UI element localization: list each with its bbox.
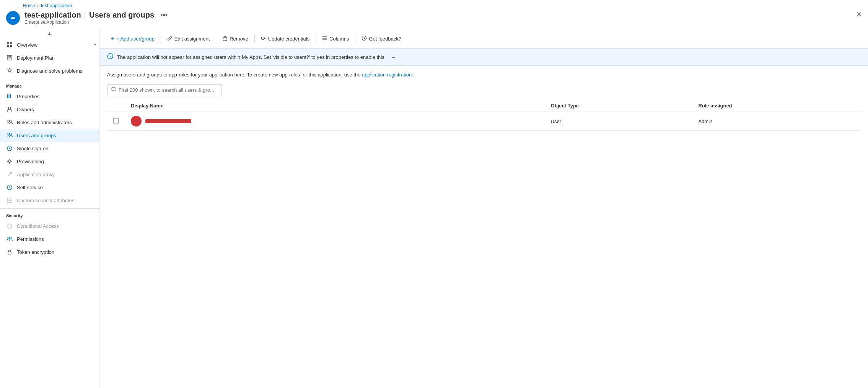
role-assigned-value: Admin (698, 119, 712, 124)
edit-assignment-button[interactable]: Edit assignment (163, 33, 214, 44)
edit-assignment-label: Edit assignment (174, 36, 210, 42)
sso-icon (6, 145, 13, 152)
sidebar-scroll-up[interactable]: ▲ (0, 29, 99, 38)
provisioning-icon (6, 158, 13, 165)
tokenenc-icon (6, 248, 13, 255)
section-title-label: Users and groups (89, 11, 154, 19)
sidebar-item-sso[interactable]: Single sign-on (0, 142, 99, 155)
table-container: Display Name Object Type Role assigned (99, 100, 868, 131)
toolbar: + + Add user/group Edit assignment Remov… (99, 29, 868, 49)
svg-point-37 (110, 55, 111, 55)
search-icon (111, 87, 116, 93)
deployment-icon (6, 54, 13, 61)
sidebar-item-tokenenc[interactable]: Token encryption (0, 245, 99, 258)
svg-rect-28 (8, 252, 11, 254)
toolbar-divider-1 (161, 35, 161, 42)
manage-section-title: Manage (0, 79, 99, 90)
sidebar-item-condaccess: Conditional Access (0, 219, 99, 232)
title-separator: | (84, 11, 86, 19)
appproxy-icon (6, 171, 13, 178)
breadcrumb-home[interactable]: Home (23, 3, 35, 8)
svg-rect-2 (11, 18, 15, 19)
info-banner: The application will not appear for assi… (99, 49, 868, 66)
condaccess-icon (6, 222, 13, 229)
diagnose-icon (6, 67, 13, 74)
app-title-block: test-application | Users and groups ••• … (24, 11, 168, 25)
close-button[interactable]: ✕ (856, 10, 862, 19)
app-registration-link[interactable]: application registration (362, 72, 412, 78)
svg-rect-5 (7, 45, 9, 47)
toolbar-divider-4 (316, 35, 316, 42)
description: Assign users and groups to app-roles for… (99, 66, 868, 81)
diagnose-label: Diagnose and solve problems (17, 68, 93, 74)
add-user-group-label: + Add user/group (116, 36, 154, 42)
sidebar-item-provisioning[interactable]: Provisioning (0, 155, 99, 168)
sidebar-item-selfservice[interactable]: Self-service (0, 181, 99, 194)
users-groups-label: Users and groups (17, 133, 93, 138)
feedback-icon (362, 36, 367, 42)
sidebar-item-permissions[interactable]: Permissions (0, 232, 99, 245)
description-text-before: Assign users and groups to app-roles for… (107, 72, 360, 78)
sidebar-item-deployment[interactable]: Deployment Plan (0, 51, 99, 64)
roles-icon (6, 119, 13, 126)
remove-icon (222, 36, 228, 42)
properties-label: Properties (17, 94, 93, 99)
security-section-title: Security (0, 208, 99, 219)
columns-button[interactable]: Columns (318, 33, 353, 44)
update-credentials-button[interactable]: Update credentials (257, 33, 313, 44)
user-avatar (131, 116, 142, 127)
search-box (107, 84, 222, 95)
permissions-icon (6, 235, 13, 242)
svg-point-0 (9, 14, 17, 22)
overview-icon (6, 41, 13, 48)
svg-line-39 (115, 90, 116, 91)
info-icon (107, 53, 113, 61)
col-checkbox (107, 100, 125, 112)
owners-icon (6, 106, 13, 113)
customsec-label: Custom security attributes (17, 198, 93, 203)
sidebar-item-users-groups[interactable]: Users and groups (0, 129, 99, 142)
svg-point-16 (10, 120, 11, 122)
more-options-icon[interactable]: ••• (160, 11, 168, 19)
users-table: Display Name Object Type Role assigned (107, 100, 860, 131)
update-credentials-label: Update credentials (268, 36, 309, 42)
roles-label: Roles and administrators (17, 120, 93, 125)
svg-rect-11 (7, 94, 8, 98)
condaccess-label: Conditional Access (17, 223, 93, 229)
sidebar-item-owners[interactable]: Owners (0, 103, 99, 116)
row-object-type-cell: User (545, 112, 692, 131)
svg-rect-4 (10, 42, 12, 44)
remove-button[interactable]: Remove (218, 33, 252, 44)
svg-point-17 (8, 133, 10, 135)
search-container (99, 81, 868, 100)
svg-point-18 (10, 133, 11, 135)
toolbar-divider-3 (254, 35, 255, 42)
app-container: Home > test-application test-application (0, 0, 868, 388)
edit-icon (167, 36, 173, 42)
feedback-button[interactable]: Got feedback? (358, 33, 405, 44)
sidebar-collapse-button[interactable]: « (93, 41, 96, 46)
sidebar-item-diagnose[interactable]: Diagnose and solve problems (0, 64, 99, 77)
deployment-label: Deployment Plan (17, 55, 93, 61)
sidebar-item-appproxy: Application proxy (0, 168, 99, 181)
svg-point-21 (8, 160, 11, 162)
sidebar-item-overview[interactable]: Overview (0, 38, 99, 51)
columns-icon (322, 36, 327, 42)
owners-label: Owners (17, 107, 93, 112)
sidebar-item-properties[interactable]: Properties (0, 90, 99, 103)
row-role-assigned-cell: Admin (692, 112, 860, 131)
app-icon (6, 11, 20, 25)
app-name-label: test-application (24, 11, 81, 19)
overview-label: Overview (17, 42, 93, 48)
search-input[interactable] (119, 87, 218, 93)
add-icon: + (111, 35, 114, 42)
feedback-label: Got feedback? (369, 36, 401, 42)
add-user-group-button[interactable]: + + Add user/group (107, 33, 158, 44)
row-checkbox[interactable] (113, 118, 119, 123)
svg-rect-6 (10, 45, 12, 47)
toolbar-divider-5 (355, 35, 355, 42)
svg-point-38 (112, 87, 115, 91)
sidebar-item-roles[interactable]: Roles and administrators (0, 116, 99, 129)
svg-point-27 (10, 237, 11, 239)
permissions-label: Permissions (17, 236, 93, 242)
